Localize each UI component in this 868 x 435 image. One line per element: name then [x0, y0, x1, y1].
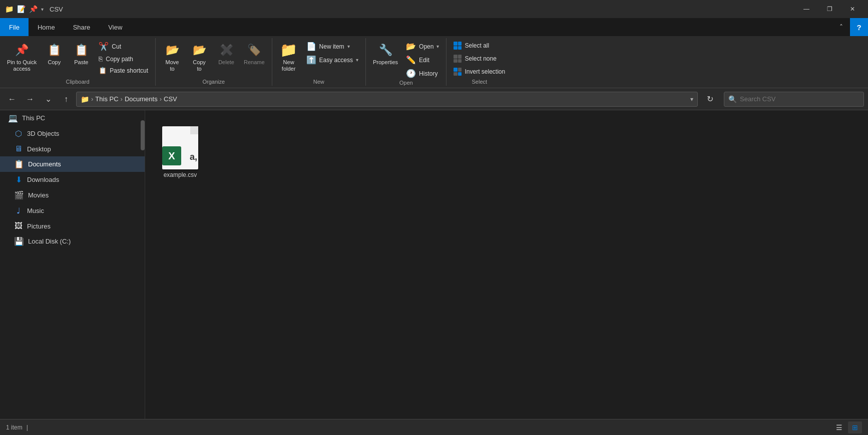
quickaccess-icon3[interactable]: 📌: [28, 4, 38, 14]
pin-label: Pin to Quick access: [7, 59, 37, 72]
ribbon-group-clipboard: 📌 Pin to Quick access 📋 Copy 📋 Paste ✂️ …: [0, 38, 156, 86]
title-bar-dropdown[interactable]: ▾: [41, 7, 44, 12]
sidebar-item-downloads[interactable]: ⬇ Downloads: [0, 172, 145, 187]
paste-shortcut-label: Paste shortcut: [110, 67, 148, 74]
new-folder-label: New folder: [282, 59, 296, 72]
paste-icon: 📋: [73, 42, 89, 58]
address-dropdown-button[interactable]: ▾: [690, 96, 693, 103]
sidebar-item-movies[interactable]: 🎬 Movies: [0, 187, 145, 203]
open-button[interactable]: 📂 Open ▾: [403, 40, 442, 53]
select-group: Select all Select none Invert selection: [451, 40, 508, 77]
movies-label: Movies: [28, 191, 49, 199]
downloads-icon: ⬇: [14, 175, 23, 184]
paste-button[interactable]: 📋 Paste: [69, 40, 94, 68]
details-view-button[interactable]: ☰: [832, 421, 846, 433]
address-part-documents[interactable]: Documents: [125, 95, 158, 103]
easy-access-icon: ⬆️: [306, 55, 316, 65]
downloads-label: Downloads: [27, 176, 59, 183]
move-to-button[interactable]: 📂 Move to: [160, 40, 185, 74]
minimize-button[interactable]: —: [795, 0, 818, 18]
status-count: 1 item: [6, 424, 23, 431]
up-button[interactable]: ↑: [58, 91, 74, 107]
excel-badge: X: [162, 146, 181, 165]
navigation-bar: ← → ⌄ ↑ 📁 › This PC › Documents › CSV ▾ …: [0, 88, 868, 110]
open-label: Open: [419, 43, 433, 50]
invert-selection-button[interactable]: Invert selection: [451, 66, 508, 77]
clipboard-group-label: Clipboard: [66, 79, 89, 86]
title-bar-quickaccess: 📁 📝 📌 ▾: [4, 4, 44, 14]
status-cursor: |: [27, 424, 28, 431]
easy-access-button[interactable]: ⬆️ Easy access ▾: [303, 54, 361, 66]
select-all-icon: [454, 42, 462, 50]
open-stacked: 📂 Open ▾ ✏️ Edit 🕐 History: [403, 40, 442, 80]
close-button[interactable]: ✕: [841, 0, 864, 18]
cut-button[interactable]: ✂️ Cut: [96, 40, 151, 53]
properties-button[interactable]: 🔧 Properties: [370, 40, 401, 68]
sidebar-item-local-disk[interactable]: 💾 Local Disk (C:): [0, 234, 145, 249]
file-name-label: example.csv: [164, 171, 197, 178]
3d-objects-icon: ⬡: [14, 129, 23, 138]
new-folder-button[interactable]: 📁 New folder: [276, 40, 301, 74]
search-bar[interactable]: 🔍: [724, 92, 864, 107]
quickaccess-icon1[interactable]: 📁: [4, 4, 14, 14]
large-icons-view-button[interactable]: ⊞: [848, 421, 862, 433]
delete-button[interactable]: ✖️ Delete: [214, 40, 239, 68]
paste-shortcut-button[interactable]: 📋 Paste shortcut: [96, 65, 151, 76]
address-part-csv[interactable]: CSV: [164, 95, 177, 103]
sidebar-item-pictures[interactable]: 🖼 Pictures: [0, 219, 145, 234]
ribbon-group-select: Select all Select none Invert selection …: [447, 38, 512, 86]
maximize-button[interactable]: ❐: [818, 0, 841, 18]
select-none-button[interactable]: Select none: [451, 53, 508, 64]
address-separator2: ›: [121, 95, 123, 103]
copy-button[interactable]: 📋 Copy: [42, 40, 67, 68]
tab-file[interactable]: File: [0, 18, 29, 36]
file-item-example-csv[interactable]: X a, example.csv: [155, 120, 205, 182]
address-separator1: ›: [91, 95, 93, 103]
select-all-button[interactable]: Select all: [451, 40, 508, 51]
rename-button[interactable]: 🏷️ Rename: [241, 40, 268, 68]
sidebar-scrollbar[interactable]: [141, 120, 145, 150]
select-none-icon: [454, 55, 462, 63]
new-stacked: 📄 New item ▾ ⬆️ Easy access ▾: [303, 40, 361, 66]
desktop-label: Desktop: [27, 145, 51, 153]
edit-button[interactable]: ✏️ Edit: [403, 54, 442, 66]
sidebar-item-3d-objects[interactable]: ⬡ 3D Objects: [0, 126, 145, 141]
title-bar-title: CSV: [50, 6, 792, 13]
forward-button[interactable]: →: [22, 91, 38, 107]
paste-shortcut-icon: 📋: [99, 67, 107, 74]
ribbon-tabs: File Home Share View ˄ ?: [0, 18, 868, 36]
3d-objects-label: 3D Objects: [27, 130, 59, 137]
search-icon: 🔍: [728, 95, 737, 103]
tab-view[interactable]: View: [99, 18, 131, 36]
address-part-thispc[interactable]: This PC: [95, 95, 118, 103]
pictures-label: Pictures: [27, 223, 51, 230]
music-icon: ♩: [14, 206, 23, 215]
ribbon-help-button[interactable]: ?: [850, 18, 868, 36]
recent-locations-button[interactable]: ⌄: [40, 91, 56, 107]
window-controls: — ❐ ✕: [795, 0, 864, 18]
refresh-button[interactable]: ↻: [702, 92, 718, 107]
quickaccess-icon2[interactable]: 📝: [16, 4, 26, 14]
movies-icon: 🎬: [14, 190, 24, 200]
pin-quickaccess-button[interactable]: 📌 Pin to Quick access: [4, 40, 40, 74]
address-bar[interactable]: 📁 › This PC › Documents › CSV ▾: [76, 92, 698, 107]
ribbon-collapse-button[interactable]: ˄: [832, 18, 850, 36]
copy-to-button[interactable]: 📂 Copy to: [187, 40, 212, 74]
sidebar-item-music[interactable]: ♩ Music: [0, 203, 145, 219]
history-button[interactable]: 🕐 History: [403, 67, 442, 80]
select-all-label: Select all: [465, 42, 489, 49]
tab-home[interactable]: Home: [29, 18, 64, 36]
pictures-icon: 🖼: [14, 222, 23, 231]
back-button[interactable]: ←: [4, 91, 20, 107]
properties-icon: 🔧: [377, 42, 393, 58]
search-input[interactable]: [740, 95, 859, 103]
sidebar-item-this-pc[interactable]: 💻 This PC: [0, 110, 145, 126]
tab-share[interactable]: Share: [64, 18, 100, 36]
sidebar-item-documents[interactable]: 📋 Documents: [0, 156, 145, 172]
delete-label: Delete: [218, 59, 234, 66]
new-item-button[interactable]: 📄 New item ▾: [303, 40, 361, 53]
invert-selection-label: Invert selection: [465, 68, 505, 75]
copy-path-button[interactable]: ⎘ Copy path: [96, 54, 151, 64]
ribbon-group-organize: 📂 Move to 📂 Copy to ✖️ Delete 🏷️ Rename …: [156, 38, 272, 86]
sidebar-item-desktop[interactable]: 🖥 Desktop: [0, 141, 145, 156]
